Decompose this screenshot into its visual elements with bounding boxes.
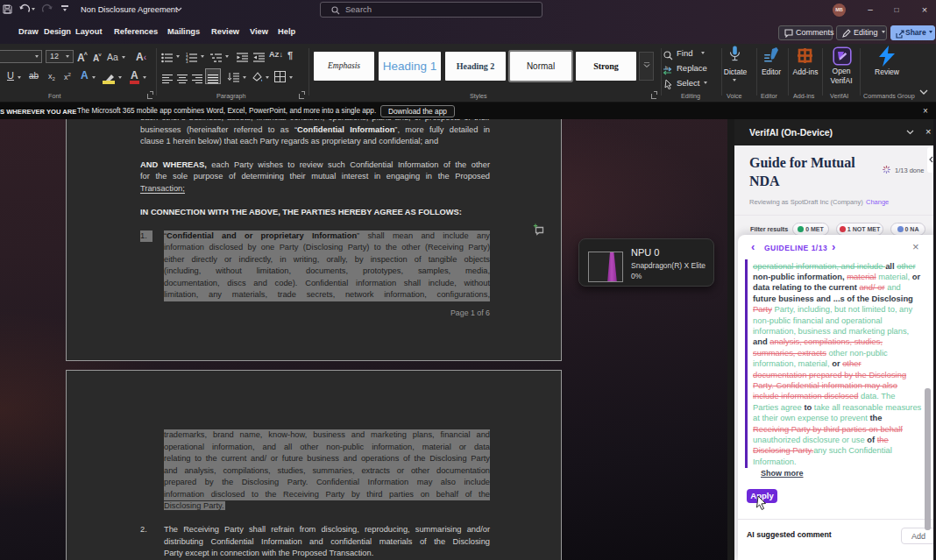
svg-text:3: 3 [186, 60, 188, 63]
svg-text:b: b [665, 66, 668, 70]
